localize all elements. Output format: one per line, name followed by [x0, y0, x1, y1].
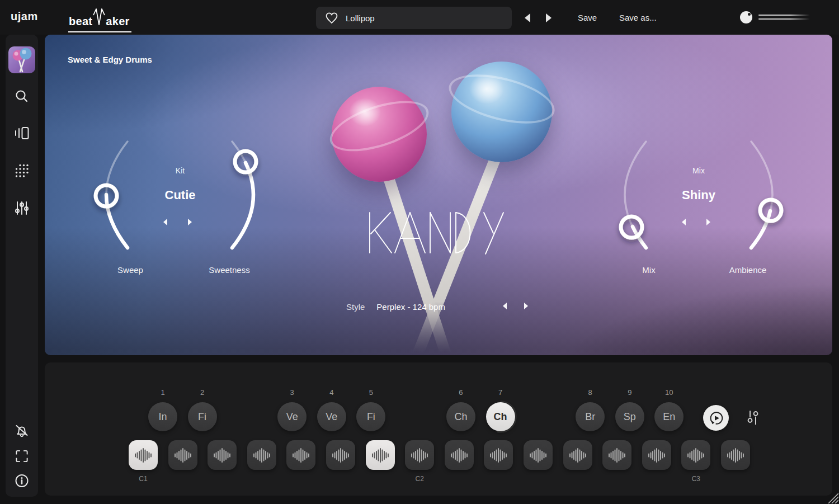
phrase-pad-number: 5 — [356, 388, 385, 398]
style-previous-arrow[interactable] — [503, 303, 507, 309]
waveform-icon — [213, 448, 231, 463]
search-button[interactable] — [15, 89, 29, 103]
preset-artwork-thumbnail[interactable] — [8, 46, 35, 73]
preset-selector[interactable]: Lollipop — [316, 7, 512, 29]
waveform-icon — [371, 448, 389, 463]
fullscreen-icon — [15, 449, 29, 463]
key-pad-button[interactable] — [286, 440, 315, 470]
phrase-pad: 9 Sp — [615, 388, 644, 431]
phrase-pad-button[interactable]: Fi — [188, 402, 217, 431]
waveform-icon — [253, 448, 271, 463]
key-pad-button[interactable] — [366, 440, 395, 470]
sliders-icon — [15, 200, 29, 216]
style-value[interactable]: Perplex - 124 bpm — [376, 302, 445, 312]
key-pad-button[interactable]: C3 — [681, 440, 710, 470]
phrase-pad-button[interactable]: Sp — [615, 402, 644, 431]
beatmaker-logo-suffix: aker — [106, 15, 129, 28]
key-pad-button[interactable] — [445, 440, 474, 470]
mixer-settings-button[interactable] — [15, 200, 29, 216]
phrase-pad-label: Fi — [198, 411, 206, 423]
kit-previous-arrow[interactable] — [163, 219, 167, 225]
bell-slash-icon — [15, 423, 30, 439]
waveform-icon — [292, 448, 310, 463]
previous-preset-button[interactable] — [525, 13, 530, 22]
phrase-pad-number: 7 — [486, 388, 515, 398]
waveform-icon — [174, 448, 192, 463]
kit-next-arrow[interactable] — [188, 219, 192, 225]
volume-slider-line-2[interactable] — [758, 18, 810, 20]
kit-browser-button[interactable] — [14, 125, 30, 141]
key-pad-button[interactable] — [721, 440, 750, 470]
key-pad-button[interactable] — [602, 440, 631, 470]
key-pad-button[interactable] — [326, 440, 355, 470]
phrase-pad: 8 Br — [576, 388, 605, 431]
phrase-pad-button[interactable]: En — [654, 402, 684, 431]
key-pad-button[interactable] — [563, 440, 592, 470]
next-preset-button[interactable] — [546, 13, 552, 22]
mix-value[interactable]: Shiny — [654, 188, 743, 202]
fullscreen-button[interactable] — [15, 449, 29, 463]
key-pad-button[interactable] — [208, 440, 237, 470]
search-icon — [15, 89, 29, 103]
phrase-pad-number: 1 — [148, 388, 177, 398]
key-pad-button[interactable] — [524, 440, 553, 470]
volume-knob-indicator — [748, 13, 751, 16]
master-volume-knob[interactable] — [740, 11, 752, 23]
waveform-icon — [411, 448, 428, 463]
phrase-pad-button[interactable]: Ch — [446, 402, 475, 431]
style-selector: Style Perplex - 124 bpm — [346, 302, 445, 312]
preset-name: Lollipop — [346, 13, 375, 23]
key-pad-button[interactable]: C1 — [129, 440, 158, 470]
sweetness-knob-label: Sweetness — [185, 265, 274, 275]
kit-value[interactable]: Cutie — [135, 188, 225, 202]
ambience-knob[interactable] — [751, 142, 781, 248]
save-button[interactable]: Save — [578, 13, 597, 22]
phrase-pad-label: Br — [585, 411, 595, 423]
waveform-icon — [529, 448, 547, 463]
key-pad-button[interactable] — [642, 440, 671, 470]
beatmaker-kandy-window: ujam beat aker Lollipop Save Save as... — [0, 0, 839, 504]
phrase-pad: 10 En — [654, 388, 684, 431]
loop-play-button[interactable] — [703, 405, 729, 431]
waveform-icon — [648, 448, 666, 463]
notifications-muted-button[interactable] — [15, 423, 30, 439]
kit-label: Kit — [135, 166, 225, 175]
sweep-knob[interactable] — [96, 142, 128, 248]
phrase-pad-button[interactable]: Ve — [277, 402, 307, 431]
pattern-editor-button[interactable] — [15, 163, 29, 178]
key-pad-button[interactable] — [247, 440, 276, 470]
phrase-pad: 4 Ve — [317, 388, 346, 431]
key-pad-button[interactable]: C2 — [405, 440, 434, 470]
save-as-button[interactable]: Save as... — [619, 13, 657, 22]
sweetness-knob[interactable] — [232, 142, 256, 248]
phrase-pad-number: 10 — [654, 388, 684, 398]
mix-next-arrow[interactable] — [706, 219, 710, 225]
info-button[interactable] — [15, 473, 30, 488]
favorite-heart-icon[interactable] — [325, 12, 338, 24]
phrase-pad-button[interactable]: Ve — [317, 402, 346, 431]
pads-panel: 1 In 2 Fi 3 — [45, 362, 832, 496]
sidebar — [6, 35, 38, 497]
phrase-pad-number: 6 — [446, 388, 475, 398]
volume-slider-line-1[interactable] — [758, 15, 810, 16]
key-pad-button[interactable] — [168, 440, 197, 470]
phrase-pad-row: 1 In 2 Fi 3 — [148, 388, 694, 431]
phrase-pad-button[interactable]: Br — [576, 402, 605, 431]
phrase-pad-label: Sp — [624, 411, 636, 423]
waveform-icon — [489, 448, 507, 463]
key-pad-button[interactable] — [484, 440, 513, 470]
style-next-arrow[interactable] — [524, 303, 528, 309]
mix-knob[interactable] — [621, 142, 646, 248]
mix-previous-arrow[interactable] — [682, 219, 686, 225]
waveform-icon — [569, 448, 587, 463]
window-resize-grip[interactable] — [824, 489, 838, 503]
beatmaker-logo: beat aker — [68, 7, 131, 32]
waveform-icon — [727, 448, 744, 463]
phrase-pad-label: In — [158, 411, 167, 423]
phrase-pad-button[interactable]: Ch — [486, 402, 515, 431]
dots-grid-icon — [15, 163, 29, 178]
phrase-pad-button[interactable]: Fi — [356, 402, 385, 431]
micro-mixer-button[interactable] — [747, 409, 758, 428]
phrase-pad-button[interactable]: In — [148, 402, 177, 431]
phrase-pad-number: 4 — [317, 388, 346, 398]
